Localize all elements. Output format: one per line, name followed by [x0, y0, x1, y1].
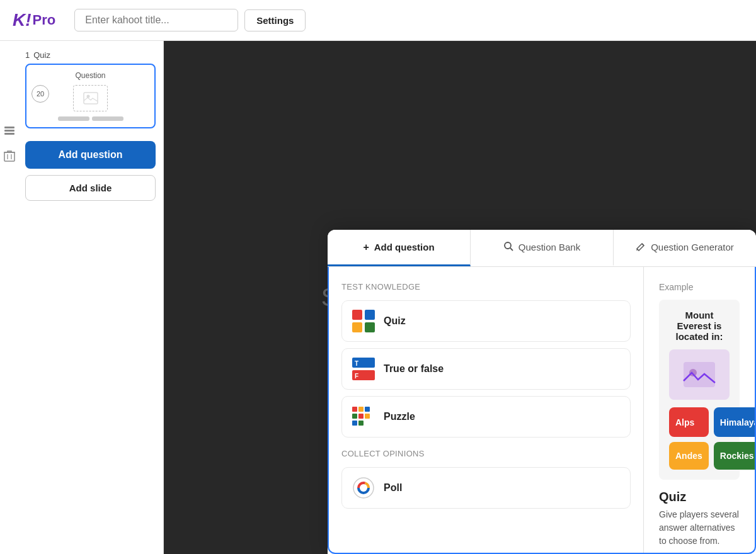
tab-add-question[interactable]: + Add question: [328, 230, 471, 266]
example-image: [669, 349, 730, 400]
svg-point-37: [689, 369, 697, 376]
sidebar: 1 Quiz Question 20: [0, 41, 164, 554]
example-answers: Alps Himalayas ✓ Andes Rockies: [669, 407, 730, 470]
puzzle-type-label: Puzzle: [384, 411, 415, 422]
question-image-placeholder: [73, 85, 108, 111]
svg-rect-24: [352, 407, 357, 412]
kahoot-title-input[interactable]: [74, 9, 238, 31]
question-bank-tab-label: Question Bank: [518, 242, 580, 252]
add-question-modal: + Add question Question Bank: [328, 230, 756, 554]
svg-rect-7: [84, 93, 98, 104]
main-layout: 1 Quiz Question 20: [0, 41, 756, 554]
quiz-number-label: 1 Quiz: [25, 50, 156, 60]
svg-text:T: T: [355, 360, 358, 367]
true-or-false-type-item[interactable]: T F True or false: [341, 348, 631, 390]
bar-1: [58, 116, 89, 121]
quiz-number: 1: [25, 50, 30, 60]
answer-rockies-label: Rockies: [720, 451, 754, 461]
puzzle-type-icon: [352, 405, 375, 428]
modal-left-panel: Test knowledge Quiz: [329, 267, 644, 553]
example-label: Example: [659, 282, 740, 292]
poll-type-label: Poll: [384, 482, 402, 494]
svg-rect-29: [365, 414, 370, 419]
svg-rect-3: [4, 152, 14, 161]
bar-2: [92, 116, 123, 121]
question-card-label: Question: [75, 71, 105, 80]
true-or-false-type-label: True or false: [384, 363, 444, 375]
svg-rect-0: [4, 127, 14, 128]
svg-rect-30: [352, 421, 357, 426]
modal-right-panel: Example Mount Everest is located in:: [644, 267, 755, 553]
pencil-icon: [636, 241, 646, 253]
answer-rockies: Rockies: [714, 442, 755, 470]
quiz-desc-text: Give players several answer alternatives…: [659, 508, 740, 548]
layers-icon[interactable]: [3, 123, 16, 137]
add-slide-button[interactable]: Add slide: [25, 175, 156, 201]
add-question-tab-icon: +: [363, 242, 369, 253]
trash-icon[interactable]: [3, 149, 16, 163]
modal-tabs: + Add question Question Bank: [328, 230, 756, 267]
answer-bars: [58, 116, 123, 121]
quiz-text: Quiz: [33, 50, 50, 60]
puzzle-type-item[interactable]: Puzzle: [341, 396, 631, 438]
svg-rect-17: [365, 310, 375, 320]
quiz-desc-title: Quiz: [659, 490, 740, 504]
svg-rect-26: [365, 407, 370, 412]
quiz-type-item[interactable]: Quiz: [341, 300, 631, 342]
search-icon: [503, 241, 513, 253]
svg-point-13: [505, 242, 511, 249]
example-card: Mount Everest is located in: Alps: [659, 300, 740, 480]
svg-rect-16: [352, 310, 362, 320]
question-card-inner: Question 20: [33, 71, 148, 121]
svg-rect-28: [358, 414, 364, 419]
svg-point-32: [353, 478, 374, 498]
logo-k-icon: K!: [13, 10, 32, 30]
answer-alps-label: Alps: [675, 417, 694, 427]
svg-rect-1: [4, 130, 14, 132]
poll-type-item[interactable]: Poll: [341, 467, 631, 509]
svg-text:F: F: [355, 373, 358, 380]
answer-himalayas-label: Himalayas: [720, 417, 755, 427]
svg-rect-2: [4, 133, 14, 135]
example-question-text: Mount Everest is located in:: [669, 310, 730, 342]
settings-button[interactable]: Settings: [244, 9, 306, 31]
header: K! Pro Settings: [0, 0, 756, 41]
answer-andes: Andes: [669, 442, 709, 470]
sidebar-tools: [0, 116, 19, 169]
answer-himalayas: Himalayas ✓: [714, 407, 755, 437]
question-card[interactable]: Question 20: [25, 64, 156, 128]
svg-rect-27: [352, 414, 357, 419]
quiz-type-label: Quiz: [384, 315, 406, 327]
poll-type-icon: [352, 477, 375, 499]
svg-rect-36: [684, 362, 715, 387]
svg-rect-19: [365, 322, 375, 332]
collect-opinions-label: Collect opinions: [341, 449, 631, 458]
svg-point-8: [86, 95, 89, 98]
add-question-tab-label: Add question: [374, 242, 435, 252]
svg-line-15: [642, 244, 644, 246]
quiz-type-icon: [352, 310, 375, 332]
add-question-button[interactable]: Add question: [25, 141, 156, 169]
logo: K! Pro: [13, 10, 55, 30]
svg-line-14: [510, 248, 513, 251]
modal-content: Test knowledge Quiz: [328, 267, 756, 554]
content-area: Start typing your question: [164, 41, 756, 554]
tab-question-bank[interactable]: Question Bank: [471, 230, 614, 266]
svg-rect-18: [352, 322, 362, 332]
logo-pro-text: Pro: [33, 12, 56, 28]
test-knowledge-label: Test knowledge: [341, 282, 631, 291]
question-generator-tab-label: Question Generator: [651, 242, 734, 252]
true-or-false-type-icon: T F: [352, 358, 375, 380]
answer-andes-label: Andes: [675, 451, 702, 461]
tab-question-generator[interactable]: Question Generator: [614, 230, 756, 266]
question-timer: 20: [32, 85, 49, 103]
svg-rect-31: [358, 421, 364, 426]
answer-alps: Alps: [669, 407, 709, 437]
svg-rect-25: [358, 407, 364, 412]
